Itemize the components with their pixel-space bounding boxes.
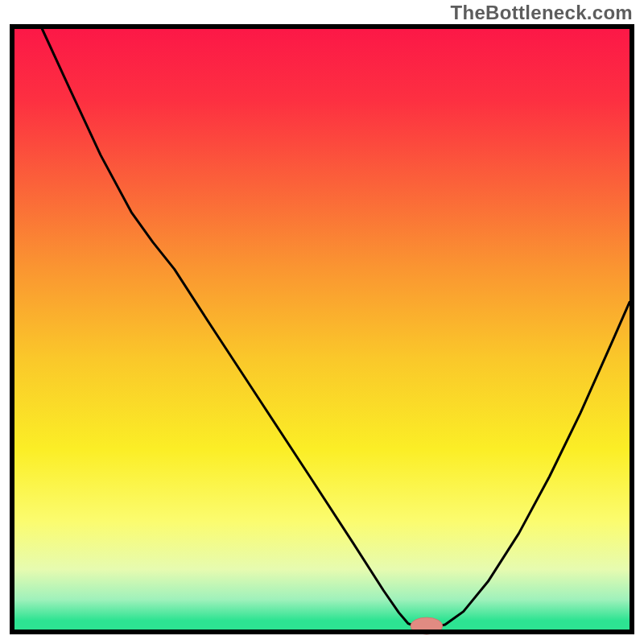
chart-container: TheBottleneck.com xyxy=(0,0,644,644)
plot-background xyxy=(14,29,630,630)
watermark-text: TheBottleneck.com xyxy=(451,2,633,24)
bottleneck-chart xyxy=(0,0,644,644)
